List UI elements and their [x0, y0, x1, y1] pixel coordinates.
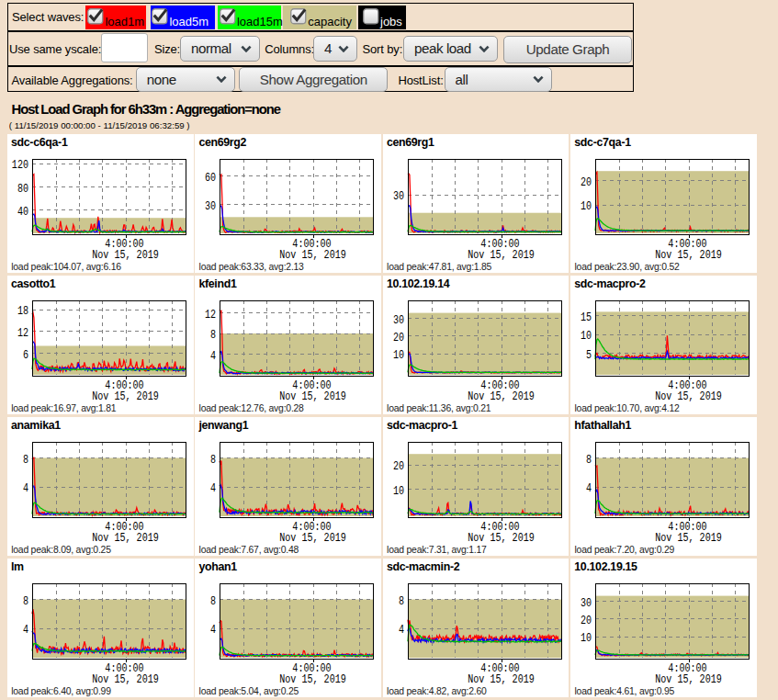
svg-text:4: 4 — [586, 482, 592, 494]
svg-text:4:00:00: 4:00:00 — [293, 238, 333, 250]
svg-text:8: 8 — [399, 595, 404, 607]
svg-text:20: 20 — [393, 332, 404, 344]
svg-text:Nov 15, 2019: Nov 15, 2019 — [280, 533, 347, 545]
svg-text:20: 20 — [393, 460, 404, 472]
svg-text:Nov 15, 2019: Nov 15, 2019 — [280, 674, 347, 686]
svg-text:4:00:00: 4:00:00 — [105, 238, 144, 250]
svg-text:4: 4 — [210, 482, 216, 494]
svg-text:15: 15 — [581, 311, 592, 323]
svg-text:8: 8 — [210, 329, 216, 341]
svg-text:30: 30 — [581, 597, 592, 609]
svg-text:4: 4 — [210, 624, 216, 636]
svg-text:8: 8 — [210, 595, 216, 607]
svg-text:4:00:00: 4:00:00 — [293, 379, 333, 391]
svg-text:80: 80 — [17, 183, 28, 195]
svg-text:30: 30 — [205, 200, 216, 212]
svg-text:Nov 15, 2019: Nov 15, 2019 — [92, 250, 159, 262]
svg-text:8: 8 — [210, 454, 216, 466]
svg-text:Nov 15, 2019: Nov 15, 2019 — [468, 250, 535, 262]
svg-text:6: 6 — [23, 349, 28, 361]
svg-text:Nov 15, 2019: Nov 15, 2019 — [468, 391, 535, 403]
svg-text:4:00:00: 4:00:00 — [293, 662, 333, 674]
svg-text:Nov 15, 2019: Nov 15, 2019 — [468, 533, 535, 545]
svg-text:8: 8 — [23, 595, 28, 607]
svg-text:30: 30 — [393, 190, 404, 202]
svg-text:4:00:00: 4:00:00 — [669, 662, 708, 674]
svg-text:4: 4 — [399, 624, 404, 636]
svg-text:4:00:00: 4:00:00 — [480, 662, 520, 674]
svg-text:4: 4 — [23, 482, 28, 494]
svg-text:30: 30 — [393, 314, 404, 326]
svg-text:40: 40 — [17, 206, 28, 218]
svg-text:Nov 15, 2019: Nov 15, 2019 — [468, 674, 535, 686]
svg-text:4:00:00: 4:00:00 — [293, 521, 333, 533]
svg-text:4:00:00: 4:00:00 — [669, 521, 708, 533]
svg-text:4:00:00: 4:00:00 — [105, 379, 144, 391]
svg-text:20: 20 — [581, 176, 592, 188]
svg-text:10: 10 — [581, 632, 592, 644]
svg-text:4:00:00: 4:00:00 — [480, 238, 520, 250]
svg-text:Nov 15, 2019: Nov 15, 2019 — [280, 391, 347, 403]
svg-text:Nov 15, 2019: Nov 15, 2019 — [656, 533, 723, 545]
svg-text:12: 12 — [17, 327, 28, 339]
svg-text:10: 10 — [581, 201, 592, 213]
svg-text:20: 20 — [581, 615, 592, 627]
svg-text:10: 10 — [393, 349, 404, 361]
svg-text:Nov 15, 2019: Nov 15, 2019 — [656, 391, 723, 403]
svg-text:8: 8 — [586, 454, 592, 466]
svg-text:18: 18 — [17, 305, 28, 317]
svg-text:8: 8 — [23, 454, 28, 466]
svg-text:4:00:00: 4:00:00 — [669, 379, 708, 391]
svg-text:Nov 15, 2019: Nov 15, 2019 — [92, 391, 159, 403]
svg-text:10: 10 — [581, 330, 592, 342]
svg-text:Nov 15, 2019: Nov 15, 2019 — [656, 674, 723, 686]
svg-text:10: 10 — [393, 485, 404, 497]
svg-text:12: 12 — [205, 309, 216, 321]
svg-text:4:00:00: 4:00:00 — [669, 238, 708, 250]
svg-text:120: 120 — [12, 159, 28, 171]
svg-text:4:00:00: 4:00:00 — [105, 662, 144, 674]
svg-text:Nov 15, 2019: Nov 15, 2019 — [280, 250, 347, 262]
svg-text:Nov 15, 2019: Nov 15, 2019 — [92, 533, 159, 545]
svg-text:4:00:00: 4:00:00 — [105, 521, 144, 533]
svg-text:4: 4 — [23, 624, 28, 636]
svg-text:Nov 15, 2019: Nov 15, 2019 — [656, 250, 723, 262]
svg-text:60: 60 — [205, 172, 216, 184]
svg-text:4:00:00: 4:00:00 — [480, 379, 520, 391]
svg-text:4: 4 — [210, 350, 216, 362]
svg-text:Nov 15, 2019: Nov 15, 2019 — [92, 674, 159, 686]
svg-text:5: 5 — [586, 349, 592, 361]
svg-text:4:00:00: 4:00:00 — [480, 521, 520, 533]
